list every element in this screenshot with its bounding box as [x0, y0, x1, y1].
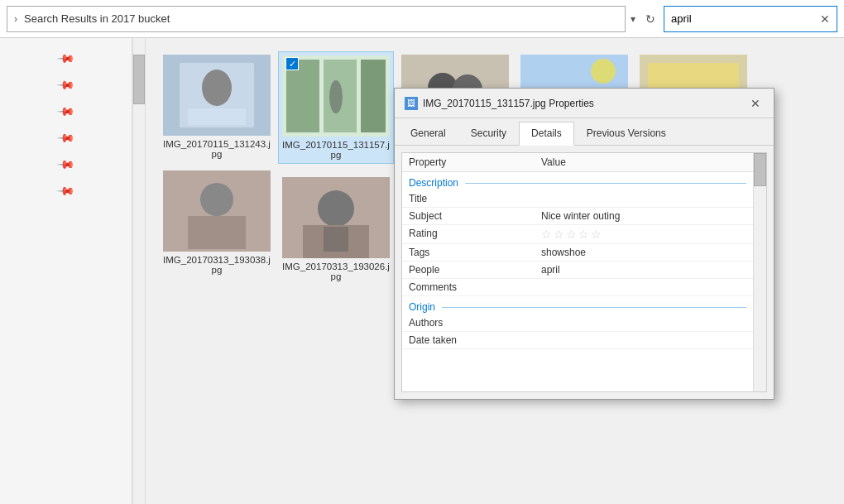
prop-name-authors: Authors — [409, 317, 541, 329]
dialog-scrollbar[interactable] — [753, 153, 766, 391]
prop-name-subject: Subject — [409, 210, 541, 222]
description-section-title: Description — [402, 172, 753, 190]
sidebar-pin-2[interactable]: 📌 — [52, 70, 80, 98]
prop-row-title[interactable]: Title — [402, 190, 753, 208]
search-location-bar[interactable]: › Search Results in 2017 bucket — [7, 6, 626, 32]
search-input[interactable] — [664, 7, 813, 31]
svg-rect-6 — [286, 60, 319, 132]
search-dropdown-button[interactable]: ▾ — [626, 13, 640, 25]
properties-dialog: 🖼 IMG_20170115_131157.jpg Properties ✕ G… — [394, 88, 774, 400]
svg-point-28 — [318, 190, 354, 227]
tab-general[interactable]: General — [398, 122, 458, 145]
dialog-scrollbar-thumb[interactable] — [754, 153, 766, 186]
dialog-titlebar: 🖼 IMG_20170115_131157.jpg Properties ✕ — [395, 89, 774, 118]
tab-previous-versions[interactable]: Previous Versions — [574, 122, 679, 145]
tab-security[interactable]: Security — [458, 122, 519, 145]
prop-row-authors[interactable]: Authors — [402, 314, 753, 332]
sidebar-pin-6[interactable]: 📌 — [52, 176, 80, 204]
value-column-header: Value — [541, 156, 566, 168]
prop-name-tags: Tags — [409, 247, 541, 258]
tab-details[interactable]: Details — [519, 122, 574, 146]
properties-table: Property Value Description Title Subject… — [402, 153, 753, 391]
prop-name-rating: Rating — [409, 228, 541, 239]
prop-row-rating[interactable]: Rating ☆ ☆ ☆ ☆ ☆ — [402, 225, 753, 244]
photo-thumbnail-6 — [163, 170, 271, 252]
origin-section-title: Origin — [402, 296, 753, 314]
svg-point-25 — [200, 183, 233, 216]
search-refresh-button[interactable]: ↻ — [640, 12, 660, 26]
star-2[interactable]: ☆ — [554, 228, 564, 241]
prop-row-tags[interactable]: Tags showshoe — [402, 244, 753, 262]
svg-rect-8 — [361, 60, 386, 132]
sidebar-pin-5[interactable]: 📌 — [52, 150, 80, 178]
properties-header-row: Property Value — [402, 153, 753, 172]
photo-thumbnail-1 — [163, 55, 271, 136]
svg-rect-26 — [188, 216, 246, 249]
svg-point-9 — [329, 80, 343, 113]
prop-value-people: april — [541, 264, 746, 276]
prop-value-rating: ☆ ☆ ☆ ☆ ☆ — [541, 228, 746, 241]
star-3[interactable]: ☆ — [566, 228, 577, 241]
svg-rect-3 — [188, 108, 246, 125]
sidebar-scrollbar-thumb[interactable] — [133, 55, 145, 104]
search-clear-button[interactable]: ✕ — [813, 12, 837, 26]
prop-name-title: Title — [409, 193, 541, 204]
star-4[interactable]: ☆ — [578, 228, 589, 241]
photo-item-1[interactable]: IMG_20170115_131243.jpg — [159, 51, 275, 164]
prop-row-people[interactable]: People april — [402, 262, 753, 279]
photo-item-6[interactable]: IMG_20170313_193038.jpg — [159, 167, 275, 285]
photo-item-7[interactable]: IMG_20170313_193026.jpg — [278, 174, 394, 285]
main-layout: 📌 📌 📌 📌 📌 📌 IMG_20170115_1312 — [0, 38, 844, 504]
photo-thumbnail-7 — [282, 177, 390, 258]
prop-row-date-taken[interactable]: Date taken — [402, 332, 753, 349]
dialog-title: IMG_20170115_131157.jpg Properties — [423, 98, 747, 109]
prop-row-comments[interactable]: Comments — [402, 279, 753, 296]
dialog-content: Property Value Description Title Subject… — [401, 152, 767, 392]
prop-name-date-taken: Date taken — [409, 334, 541, 346]
rating-stars[interactable]: ☆ ☆ ☆ ☆ ☆ — [541, 228, 746, 241]
star-1[interactable]: ☆ — [541, 228, 552, 241]
breadcrumb-chevron-icon: › — [14, 13, 17, 25]
svg-point-2 — [202, 70, 232, 106]
dialog-close-button[interactable]: ✕ — [747, 95, 764, 112]
prop-name-people: People — [409, 264, 541, 276]
content-area: IMG_20170115_131243.jpg ✓ IMG_20170115_1… — [146, 38, 844, 504]
prop-name-comments: Comments — [409, 281, 541, 293]
sidebar: 📌 📌 📌 📌 📌 📌 — [0, 38, 132, 504]
photo-label-7: IMG_20170313_193026.jpg — [281, 262, 391, 281]
svg-rect-30 — [324, 227, 348, 252]
search-location-label: Search Results in 2017 bucket — [24, 12, 170, 25]
sidebar-pin-1[interactable]: 📌 — [52, 44, 80, 72]
photo-item-2[interactable]: ✓ IMG_20170115_131157.jpg — [278, 51, 394, 164]
selection-checkmark: ✓ — [285, 57, 299, 70]
photo-label-2: IMG_20170115_131157.jpg — [282, 140, 390, 160]
sidebar-pin-4[interactable]: 📌 — [52, 123, 80, 151]
photo-label-1: IMG_20170115_131243.jpg — [162, 139, 271, 159]
svg-point-16 — [591, 59, 616, 84]
prop-value-tags: showshoe — [541, 247, 746, 258]
property-column-header: Property — [409, 156, 541, 168]
star-5[interactable]: ☆ — [591, 228, 602, 241]
sidebar-scrollbar[interactable] — [132, 38, 146, 504]
dialog-tabs: General Security Details Previous Versio… — [395, 118, 774, 146]
dialog-file-icon: 🖼 — [405, 97, 418, 110]
search-input-wrapper: ✕ — [664, 6, 837, 32]
search-bar: › Search Results in 2017 bucket ▾ ↻ ✕ — [0, 0, 844, 38]
photo-label-6: IMG_20170313_193038.jpg — [162, 255, 271, 275]
sidebar-pin-3[interactable]: 📌 — [52, 97, 80, 125]
prop-row-subject[interactable]: Subject Nice winter outing — [402, 208, 753, 225]
prop-value-subject: Nice winter outing — [541, 210, 746, 222]
